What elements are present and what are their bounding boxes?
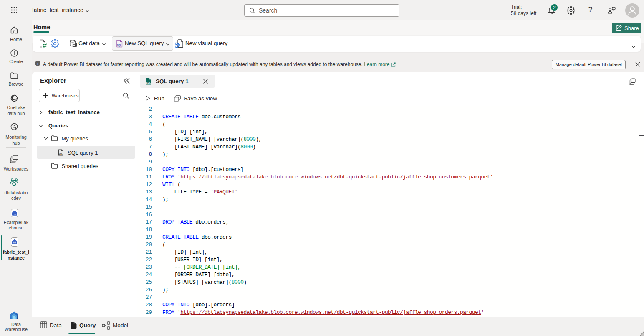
svg-text:SQL: SQL — [58, 153, 63, 155]
svg-text:SQL: SQL — [117, 44, 121, 47]
svg-text:SQL: SQL — [146, 81, 151, 84]
